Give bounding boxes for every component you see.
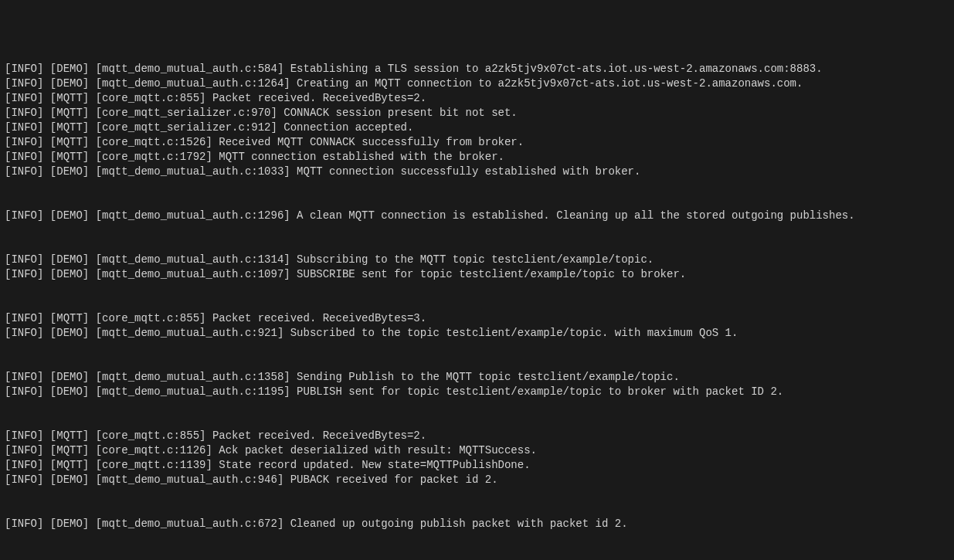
blank-line (0, 487, 954, 502)
blank-line (0, 502, 954, 517)
log-level: [INFO] (5, 518, 43, 530)
log-tag: [DEMO] (50, 473, 89, 486)
terminal-log-output[interactable]: [INFO] [DEMO] [mqtt_demo_mutual_auth.c:5… (0, 62, 954, 560)
log-tag: [DEMO] (50, 165, 89, 178)
log-message: SUBSCRIBE sent for topic testclient/exam… (297, 268, 686, 280)
log-message: PUBACK received for packet id 2. (290, 473, 498, 486)
blank-line (0, 341, 954, 355)
log-tag: [DEMO] (50, 371, 89, 383)
log-message: Ack packet deserialized with result: MQT… (219, 444, 537, 456)
log-source: [mqtt_demo_mutual_auth.c:921] (96, 327, 284, 339)
log-source: [mqtt_demo_mutual_auth.c:672] (96, 518, 284, 530)
log-level: [INFO] (5, 63, 43, 75)
log-tag: [MQTT] (50, 459, 89, 471)
log-tag: [DEMO] (50, 327, 89, 339)
log-tag: [DEMO] (50, 209, 89, 222)
log-level: [INFO] (5, 165, 43, 178)
log-message: Subscribed to the topic testclient/examp… (290, 327, 738, 339)
log-line: [INFO] [DEMO] [mqtt_demo_mutual_auth.c:6… (0, 517, 954, 531)
log-source: [mqtt_demo_mutual_auth.c:1358] (96, 371, 290, 383)
log-source: [core_mqtt.c:855] (96, 312, 206, 324)
log-line: [INFO] [DEMO] [mqtt_demo_mutual_auth.c:9… (0, 473, 954, 487)
log-source: [mqtt_demo_mutual_auth.c:1264] (96, 77, 290, 90)
log-line: [INFO] [DEMO] [mqtt_demo_mutual_auth.c:5… (0, 62, 954, 76)
log-message: Subscribing to the MQTT topic testclient… (297, 253, 654, 266)
log-source: [core_mqtt.c:855] (96, 92, 206, 104)
log-tag: [DEMO] (50, 63, 89, 75)
log-message: Creating an MQTT connection to a2zk5tjv9… (297, 77, 803, 90)
log-source: [core_mqtt.c:855] (96, 429, 206, 442)
log-source: [mqtt_demo_mutual_auth.c:1195] (96, 385, 290, 398)
log-tag: [MQTT] (50, 444, 89, 456)
blank-line (0, 355, 954, 370)
log-tag: [DEMO] (50, 77, 89, 90)
blank-line (0, 179, 954, 194)
log-line: [INFO] [DEMO] [mqtt_demo_mutual_auth.c:1… (0, 267, 954, 282)
log-message: State record updated. New state=MQTTPubl… (219, 459, 530, 471)
log-message: Packet received. ReceivedBytes=2. (212, 429, 426, 442)
log-line: [INFO] [MQTT] [core_mqtt.c:855] Packet r… (0, 311, 954, 326)
log-level: [INFO] (5, 136, 43, 148)
log-level: [INFO] (5, 77, 43, 90)
log-tag: [DEMO] (50, 253, 89, 266)
log-level: [INFO] (5, 473, 43, 486)
log-source: [core_mqtt.c:1526] (96, 136, 212, 148)
log-line: [INFO] [DEMO] [mqtt_demo_mutual_auth.c:9… (0, 326, 954, 341)
blank-line (0, 546, 954, 560)
log-message: A clean MQTT connection is established. … (297, 209, 855, 222)
log-message: CONNACK session present bit not set. (283, 107, 517, 119)
log-message: Establishing a TLS session to a2zk5tjv9x… (290, 63, 823, 75)
log-message: Connection accepted. (283, 121, 413, 134)
log-source: [mqtt_demo_mutual_auth.c:1314] (96, 253, 290, 266)
log-message: Sending Publish to the MQTT topic testcl… (297, 371, 680, 383)
blank-line (0, 238, 954, 253)
log-message: MQTT connection successfully established… (297, 165, 640, 178)
log-level: [INFO] (5, 385, 43, 398)
log-source: [mqtt_demo_mutual_auth.c:1033] (96, 165, 290, 178)
blank-line (0, 414, 954, 429)
log-source: [mqtt_demo_mutual_auth.c:584] (96, 63, 284, 75)
log-line: [INFO] [MQTT] [core_mqtt.c:1526] Receive… (0, 135, 954, 150)
log-line: [INFO] [DEMO] [mqtt_demo_mutual_auth.c:1… (0, 165, 954, 179)
log-message: Cleaned up outgoing publish packet with … (290, 518, 628, 530)
log-level: [INFO] (5, 209, 43, 222)
log-source: [core_mqtt.c:1126] (96, 444, 212, 456)
log-line: [INFO] [MQTT] [core_mqtt.c:1792] MQTT co… (0, 150, 954, 165)
blank-line (0, 399, 954, 414)
log-message: Packet received. ReceivedBytes=3. (212, 312, 426, 324)
log-line: [INFO] [DEMO] [mqtt_demo_mutual_auth.c:1… (0, 253, 954, 267)
log-line: [INFO] [MQTT] [core_mqtt.c:1126] Ack pac… (0, 443, 954, 458)
log-level: [INFO] (5, 444, 43, 456)
log-line: [INFO] [MQTT] [core_mqtt_serializer.c:97… (0, 106, 954, 120)
log-level: [INFO] (5, 121, 43, 134)
log-level: [INFO] (5, 371, 43, 383)
blank-line (0, 223, 954, 238)
log-level: [INFO] (5, 459, 43, 471)
log-tag: [MQTT] (50, 151, 89, 163)
log-message: Received MQTT CONNACK successfully from … (219, 136, 524, 148)
blank-line (0, 531, 954, 546)
log-tag: [DEMO] (50, 268, 89, 280)
log-level: [INFO] (5, 429, 43, 442)
log-line: [INFO] [MQTT] [core_mqtt.c:855] Packet r… (0, 91, 954, 106)
log-tag: [DEMO] (50, 385, 89, 398)
log-message: MQTT connection established with the bro… (219, 151, 504, 163)
log-level: [INFO] (5, 312, 43, 324)
log-tag: [MQTT] (50, 92, 89, 104)
log-line: [INFO] [DEMO] [mqtt_demo_mutual_auth.c:1… (0, 370, 954, 385)
log-level: [INFO] (5, 92, 43, 104)
log-line: [INFO] [DEMO] [mqtt_demo_mutual_auth.c:1… (0, 209, 954, 223)
log-message: Packet received. ReceivedBytes=2. (212, 92, 426, 104)
log-line: [INFO] [MQTT] [core_mqtt_serializer.c:91… (0, 120, 954, 135)
log-source: [mqtt_demo_mutual_auth.c:946] (96, 473, 284, 486)
log-line: [INFO] [DEMO] [mqtt_demo_mutual_auth.c:1… (0, 385, 954, 399)
log-tag: [MQTT] (50, 107, 89, 119)
log-tag: [MQTT] (50, 312, 89, 324)
log-line: [INFO] [MQTT] [core_mqtt.c:855] Packet r… (0, 429, 954, 443)
log-level: [INFO] (5, 253, 43, 266)
log-line: [INFO] [DEMO] [mqtt_demo_mutual_auth.c:1… (0, 76, 954, 91)
log-level: [INFO] (5, 107, 43, 119)
log-source: [mqtt_demo_mutual_auth.c:1296] (96, 209, 290, 222)
log-level: [INFO] (5, 327, 43, 339)
log-message: PUBLISH sent for topic testclient/exampl… (297, 385, 783, 398)
